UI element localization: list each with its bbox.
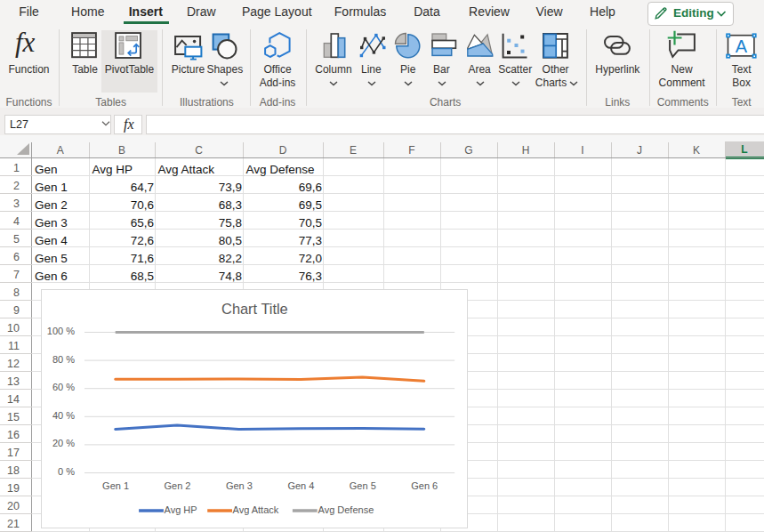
svg-text:A: A <box>736 36 748 55</box>
